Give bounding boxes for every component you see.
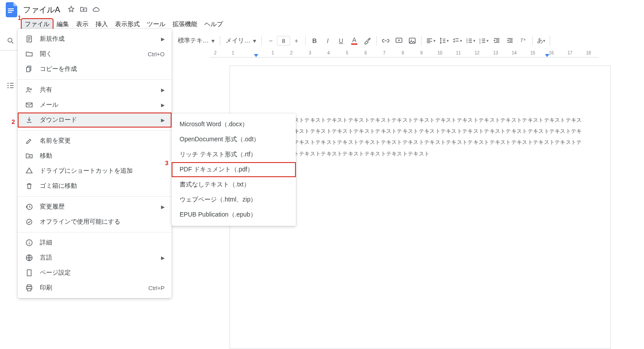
left-rail: [3, 35, 19, 92]
svg-point-18: [8, 87, 9, 89]
font-family-select[interactable]: メイリ…▾: [223, 35, 259, 47]
menu-extensions[interactable]: 拡張機能: [169, 19, 201, 30]
download-docx[interactable]: Microsoft Word（.docx）: [172, 117, 296, 132]
mail-icon: [25, 101, 34, 109]
download-submenu-panel: Microsoft Word（.docx） OpenDocument 形式（.o…: [172, 113, 296, 226]
ruler-indent-down-icon[interactable]: [254, 54, 258, 57]
file-menu-download[interactable]: ダウンロード ▶: [18, 112, 172, 128]
italic-button[interactable]: I: [322, 35, 334, 47]
decrease-indent-button[interactable]: [491, 35, 503, 47]
menu-label: 開く: [40, 50, 142, 58]
ruler-tick: 13: [493, 50, 498, 55]
titlebar: ファイルA: [0, 0, 644, 18]
text-color-button[interactable]: A: [348, 35, 360, 47]
file-menu-page-setup[interactable]: ページ設定: [18, 265, 172, 280]
menu-label: 名前を変更: [40, 137, 165, 145]
svg-rect-0: [8, 8, 14, 9]
svg-point-9: [466, 40, 467, 41]
annotation-2: 2: [12, 118, 15, 125]
menu-help[interactable]: ヘルプ: [201, 19, 226, 30]
svg-point-10: [466, 42, 467, 43]
move-icon: [25, 152, 34, 160]
font-size-input[interactable]: 8: [277, 36, 290, 46]
submenu-arrow-icon: ▶: [161, 102, 165, 108]
decrease-font-size-button[interactable]: −: [264, 35, 277, 47]
submenu-arrow-icon: ▶: [161, 87, 165, 93]
clear-formatting-button[interactable]: T✕: [517, 35, 529, 47]
file-menu-add-shortcut[interactable]: ドライブにショートカットを追加: [18, 163, 172, 178]
input-tools-button[interactable]: あ▾: [535, 35, 547, 47]
file-menu-offline[interactable]: オフラインで使用可能にする: [18, 214, 172, 229]
download-odt[interactable]: OpenDocument 形式（.odt）: [172, 132, 296, 147]
file-menu-trash[interactable]: ゴミ箱に移動: [18, 178, 172, 194]
separator: [220, 36, 220, 46]
svg-rect-29: [27, 270, 31, 276]
separator: [421, 36, 422, 46]
svg-point-22: [27, 88, 30, 90]
svg-point-25: [27, 219, 32, 225]
svg-rect-32: [27, 289, 31, 291]
cloud-status-icon[interactable]: [92, 5, 100, 15]
ruler-tick: 17: [567, 50, 572, 55]
paragraph-style-select[interactable]: 標準テキ…▾: [175, 35, 217, 47]
font-family-label: メイリ…: [226, 37, 250, 45]
file-menu-share[interactable]: 共有 ▶: [18, 82, 172, 97]
menu-label: オフラインで使用可能にする: [40, 218, 165, 226]
file-menu-details[interactable]: 詳細: [18, 235, 172, 250]
share-icon: [25, 86, 34, 94]
add-comment-button[interactable]: [393, 35, 405, 47]
submenu-arrow-icon: ▶: [161, 204, 165, 210]
download-pdf[interactable]: PDF ドキュメント（.pdf）: [172, 162, 296, 177]
separator: [261, 36, 262, 46]
ruler-tick: 4: [327, 50, 330, 55]
menu-label: 移動: [40, 152, 165, 160]
increase-font-size-button[interactable]: +: [290, 35, 303, 47]
increase-indent-button[interactable]: [504, 35, 516, 47]
ruler[interactable]: 2 1 1 2 3 4 5 6 7 8 9 10 11 12 13 14 15 …: [210, 50, 599, 58]
download-epub[interactable]: EPUB Publication（.epub）: [172, 207, 296, 222]
menu-label: メール: [40, 101, 155, 109]
move-folder-icon[interactable]: [80, 5, 88, 15]
download-txt[interactable]: 書式なしテキスト（.txt）: [172, 177, 296, 192]
highlight-button[interactable]: [361, 35, 374, 47]
document-title[interactable]: ファイルA: [20, 4, 63, 16]
pencil-icon: [25, 137, 34, 145]
insert-image-button[interactable]: [406, 35, 418, 47]
file-menu-print[interactable]: 印刷 Ctrl+P: [18, 280, 172, 295]
menu-label: ページ設定: [40, 269, 165, 277]
file-menu-rename[interactable]: 名前を変更: [18, 133, 172, 148]
file-menu-move[interactable]: 移動: [18, 148, 172, 163]
ruler-tick: 3: [309, 50, 311, 55]
numbered-list-button[interactable]: 123▾: [477, 35, 490, 47]
insert-link-button[interactable]: [380, 35, 392, 47]
file-menu-email[interactable]: メール ▶: [18, 97, 172, 112]
menu-label: コピーを作成: [40, 65, 165, 73]
line-spacing-button[interactable]: ▾: [437, 35, 450, 47]
file-menu-make-copy[interactable]: コピーを作成: [18, 62, 172, 77]
download-rtf[interactable]: リッチ テキスト形式（.rtf）: [172, 147, 296, 162]
bold-button[interactable]: B: [308, 35, 321, 47]
globe-icon: [25, 254, 34, 262]
outline-list-icon[interactable]: [4, 79, 17, 92]
checklist-button[interactable]: ▾: [451, 35, 463, 47]
chevron-down-icon: ▾: [253, 37, 256, 44]
annotation-3: 3: [165, 159, 169, 167]
align-button[interactable]: ▾: [424, 35, 437, 47]
ruler-tick: 8: [402, 50, 404, 55]
star-icon[interactable]: [67, 5, 75, 15]
submenu-arrow-icon: ▶: [161, 117, 165, 123]
download-html[interactable]: ウェブページ（.html、zip）: [172, 192, 296, 207]
file-menu-version-history[interactable]: 変更履歴 ▶: [18, 199, 172, 214]
bulleted-list-button[interactable]: ▾: [464, 35, 476, 47]
ruler-tick: 18: [586, 50, 591, 55]
info-icon: [25, 239, 34, 247]
docs-logo-icon[interactable]: [4, 2, 19, 18]
separator: [376, 36, 377, 46]
file-menu-language[interactable]: 言語 ▶: [18, 250, 172, 265]
document-body-text[interactable]: テキストテキストテキストテキストテキストテキストテキストテキストテキストテキスト…: [261, 115, 584, 159]
submenu-arrow-icon: ▶: [161, 255, 165, 261]
file-menu-new[interactable]: 新規作成 ▶: [18, 31, 172, 47]
file-menu-open[interactable]: 開く Ctrl+O: [18, 47, 172, 62]
ruler-tick: 15: [530, 50, 535, 55]
underline-button[interactable]: U: [335, 35, 347, 47]
